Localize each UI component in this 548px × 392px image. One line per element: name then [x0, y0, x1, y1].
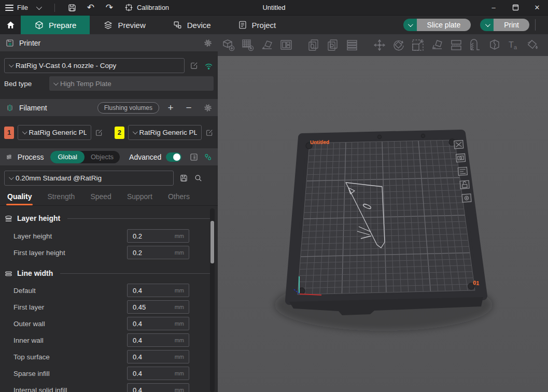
- rotate-tool-button[interactable]: [391, 37, 406, 53]
- slice-plate-button[interactable]: Slice plate: [417, 19, 471, 31]
- plate-name-label[interactable]: Untitled: [310, 139, 329, 145]
- text-tool-button[interactable]: T a: [506, 37, 522, 53]
- filament-1-color-badge[interactable]: 1: [4, 127, 14, 139]
- plate-settings-button[interactable]: [462, 194, 471, 202]
- line-width-top-surface-input[interactable]: 0.4 mm: [127, 350, 189, 363]
- file-menu-dropdown[interactable]: [32, 6, 45, 10]
- text-tool-icon: T a: [507, 38, 521, 52]
- color-painting-button[interactable]: [525, 37, 541, 53]
- calibration-button[interactable]: Calibration: [124, 3, 169, 12]
- svg-text:a: a: [514, 44, 517, 50]
- line-width-internal-solid-infill-input[interactable]: 0.4 mm: [127, 383, 189, 392]
- setting-label: Inner wall: [0, 337, 127, 344]
- process-tab-others[interactable]: Others: [168, 192, 190, 201]
- save-button[interactable]: [64, 2, 80, 14]
- undo-button[interactable]: ↶: [83, 2, 99, 14]
- file-menu-button[interactable]: File: [5, 4, 45, 11]
- import-objects-button[interactable]: [306, 37, 321, 53]
- line-width-outer-wall-input[interactable]: 0.4 mm: [127, 317, 189, 330]
- setting-label: Top surface: [0, 353, 127, 361]
- delete-plate-button[interactable]: [454, 141, 463, 149]
- parameter-table-button[interactable]: [189, 152, 199, 162]
- process-preset-select[interactable]: 0.20mm Standard @RatRig: [4, 171, 174, 186]
- layers-stack-icon: [345, 38, 359, 52]
- arrange-button[interactable]: [278, 37, 294, 53]
- edit-filament-2-button[interactable]: [205, 129, 214, 137]
- slice-options-dropdown[interactable]: [403, 19, 417, 31]
- chevron-down-icon: [9, 62, 14, 67]
- viewport-canvas[interactable]: Untitled 01: [218, 56, 548, 392]
- edit-filament-1-button[interactable]: [95, 129, 103, 137]
- process-tab-support[interactable]: Support: [127, 192, 152, 201]
- bed-type-select[interactable]: High Temp Plate: [49, 76, 214, 91]
- toggle-knob: [173, 153, 180, 161]
- layer-height-input[interactable]: 0.2 mm: [127, 229, 189, 243]
- home-button[interactable]: [0, 16, 21, 34]
- remove-filament-button[interactable]: −: [182, 102, 195, 114]
- printer-section-title: Printer: [19, 39, 40, 47]
- tab-device[interactable]: Device: [159, 16, 224, 34]
- filament-2-color-badge[interactable]: 2: [115, 127, 124, 139]
- process-scope-toggle[interactable]: Global Objects: [50, 151, 120, 163]
- parameters-scrollbar[interactable]: [210, 208, 215, 392]
- print-options-dropdown[interactable]: [480, 19, 494, 31]
- scope-global[interactable]: Global: [50, 151, 85, 163]
- chevron-down-icon: [36, 4, 42, 9]
- printer-settings-button[interactable]: [203, 38, 213, 48]
- auto-orient-button[interactable]: [259, 37, 275, 53]
- setting-value: 0.4: [128, 353, 175, 361]
- tab-preview[interactable]: Preview: [90, 16, 159, 34]
- close-button[interactable]: ✕: [526, 0, 548, 16]
- lay-on-face-button[interactable]: [429, 37, 445, 53]
- filament-1-preset-select[interactable]: RatRig Generic PLA: [18, 125, 91, 140]
- setting-unit: mm: [175, 387, 189, 392]
- flushing-volumes-button[interactable]: Flushing volumes: [97, 102, 159, 114]
- layers-editing-button[interactable]: [344, 37, 360, 53]
- section-rule: [60, 273, 210, 274]
- arrange-plate-button[interactable]: [458, 167, 467, 175]
- line-width-sparse-infill-input[interactable]: 0.4 mm: [127, 367, 189, 380]
- line-width-first-layer-input[interactable]: 0.45 mm: [127, 300, 189, 314]
- filament-2-preset-value: RatRig Generic PLA: [139, 129, 198, 136]
- scope-objects[interactable]: Objects: [85, 153, 120, 161]
- edit-printer-preset-button[interactable]: [190, 61, 199, 70]
- tab-prepare[interactable]: Prepare: [21, 16, 90, 34]
- process-tab-strip: Quality Strength Speed Support Others: [0, 192, 218, 201]
- save-preset-button[interactable]: [179, 174, 188, 183]
- printer-connection-button[interactable]: [204, 62, 214, 70]
- arrange-icon: [279, 38, 293, 52]
- scrollbar-thumb[interactable]: [210, 221, 214, 263]
- filament-settings-button[interactable]: [203, 103, 213, 113]
- maximize-button[interactable]: [504, 0, 526, 16]
- setting-row: Sparse infill 0.4 mm: [0, 365, 218, 382]
- import-profile-button[interactable]: [325, 37, 341, 53]
- add-filament-button[interactable]: +: [164, 102, 177, 114]
- split-object-button[interactable]: [448, 37, 464, 53]
- filament-2-preset-select[interactable]: RatRig Generic PLA: [128, 125, 202, 140]
- compare-presets-button[interactable]: [203, 152, 213, 162]
- line-width-default-input[interactable]: 0.4 mm: [127, 284, 189, 297]
- scale-tool-button[interactable]: [410, 37, 426, 53]
- add-plate-button[interactable]: [240, 37, 256, 53]
- lock-plate-button[interactable]: [460, 180, 469, 189]
- mesh-boolean-button[interactable]: [487, 37, 502, 53]
- chevron-down-icon: [22, 129, 27, 134]
- support-painting-button[interactable]: [468, 37, 483, 53]
- tab-project[interactable]: Project: [224, 16, 290, 34]
- first-layer-height-input[interactable]: 0.2 mm: [127, 246, 189, 259]
- maximize-icon: [512, 4, 519, 11]
- process-tab-speed[interactable]: Speed: [90, 192, 111, 201]
- printer-preset-select[interactable]: RatRig V-Cast 0.4 nozzle - Copy: [4, 58, 185, 73]
- minimize-button[interactable]: –: [483, 0, 504, 16]
- redo-button[interactable]: ↷: [102, 2, 117, 14]
- add-object-button[interactable]: [221, 37, 236, 53]
- process-tab-strength[interactable]: Strength: [47, 192, 75, 201]
- build-plate[interactable]: [289, 134, 483, 315]
- search-settings-button[interactable]: [194, 174, 203, 183]
- print-button[interactable]: Print: [494, 19, 529, 31]
- advanced-toggle[interactable]: [166, 152, 181, 162]
- process-tab-quality[interactable]: Quality: [7, 192, 32, 201]
- line-width-inner-wall-input[interactable]: 0.4 mm: [127, 333, 189, 347]
- rename-plate-button[interactable]: [456, 153, 466, 162]
- move-tool-button[interactable]: [372, 37, 387, 53]
